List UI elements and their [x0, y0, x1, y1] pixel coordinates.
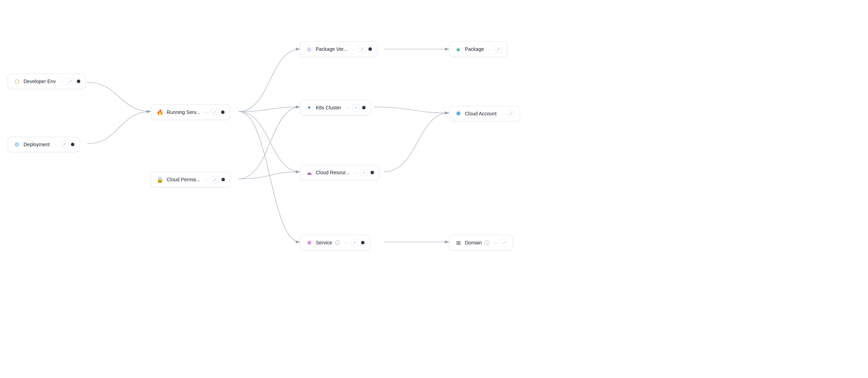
running-serv-dots[interactable]: ···: [204, 110, 209, 115]
cloud-resour-dots[interactable]: ···: [354, 170, 359, 175]
developer-env-connector: [77, 80, 80, 83]
node-deployment: ⚙ Deployment ··· ⤢: [8, 137, 80, 152]
node-k8s-cluster: ✦ K8s Cluster ··· ⤢: [300, 100, 371, 115]
domain-controls: ··· ⤢: [494, 239, 508, 246]
cloud-perms-controls: ··· ⤢: [205, 176, 219, 183]
cloud-account-expand[interactable]: ⤢: [508, 110, 515, 117]
node-cloud-account: ✺ Cloud Account ··· ⤢: [449, 106, 520, 121]
cloud-resour-icon: ☁: [305, 169, 313, 176]
developer-env-dots[interactable]: ···: [60, 79, 65, 84]
package-ver-controls: ··· ⤢: [352, 46, 366, 53]
package-controls: ··· ⤢: [488, 46, 502, 53]
running-serv-expand[interactable]: ⤢: [211, 109, 218, 116]
node-cloud-perms: 🔒 Cloud Permis... ··· ⤢: [151, 172, 230, 187]
node-developer-env: ⬡ Developer Env ··· ⤢: [8, 74, 86, 89]
deployment-dots[interactable]: ···: [54, 142, 59, 147]
k8s-cluster-connector: [362, 106, 366, 109]
cloud-perms-dots[interactable]: ···: [205, 177, 209, 182]
developer-env-icon: ⬡: [13, 77, 21, 85]
k8s-cluster-controls: ··· ⤢: [345, 104, 359, 111]
domain-expand[interactable]: ⤢: [501, 239, 508, 246]
cloud-resour-controls: ··· ⤢: [354, 169, 368, 176]
k8s-cluster-expand[interactable]: ⤢: [352, 104, 359, 111]
connections-svg: [0, 0, 868, 378]
node-service: ❋ Service i ··· ⤢: [300, 235, 370, 250]
running-serv-label: Running Serv...: [167, 109, 200, 115]
deployment-controls: ··· ⤢: [54, 141, 68, 148]
package-expand[interactable]: ⤢: [495, 46, 502, 53]
cloud-perms-connector: [221, 178, 225, 181]
cloud-perms-icon: 🔒: [156, 176, 164, 183]
domain-dots[interactable]: ···: [494, 240, 499, 245]
developer-env-controls: ··· ⤢: [60, 78, 74, 85]
k8s-cluster-dots[interactable]: ···: [345, 105, 350, 110]
running-serv-controls: ··· ⤢: [204, 109, 218, 116]
cloud-account-icon: ✺: [454, 110, 462, 117]
service-info-icon[interactable]: i: [335, 240, 340, 245]
cloud-perms-expand[interactable]: ⤢: [212, 176, 219, 183]
deployment-icon: ⚙: [13, 141, 21, 148]
deployment-label: Deployment: [24, 142, 50, 147]
package-ver-dots[interactable]: ···: [352, 47, 356, 52]
service-expand[interactable]: ⤢: [351, 239, 358, 246]
package-icon: ◈: [454, 45, 462, 53]
service-controls: ··· ⤢: [344, 239, 358, 246]
package-ver-expand[interactable]: ⤢: [359, 46, 366, 53]
developer-env-expand[interactable]: ⤢: [67, 78, 74, 85]
cloud-resour-label: Cloud Resour...: [316, 170, 350, 175]
developer-env-label: Developer Env: [24, 79, 56, 84]
service-icon: ❋: [305, 239, 313, 247]
graph-canvas: ⬡ Developer Env ··· ⤢ ⚙ Deployment ··· ⤢…: [0, 0, 868, 378]
running-serv-connector: [221, 110, 225, 114]
running-serv-icon: 🔥: [156, 108, 164, 116]
node-package: ◈ Package ··· ⤢: [449, 41, 507, 57]
service-label: Service: [316, 240, 332, 245]
node-domain: ⊞ Domain i ··· ⤢: [449, 235, 513, 250]
cloud-account-controls: ··· ⤢: [501, 110, 515, 117]
k8s-cluster-label: K8s Cluster: [316, 105, 341, 110]
deployment-connector: [71, 143, 74, 146]
cloud-perms-label: Cloud Permis...: [167, 177, 200, 182]
node-cloud-resour: ☁ Cloud Resour... ··· ⤢: [300, 165, 379, 180]
service-connector: [361, 241, 365, 244]
package-ver-icon: ◎: [305, 45, 313, 53]
package-ver-connector: [368, 47, 372, 51]
service-dots[interactable]: ···: [344, 240, 349, 245]
node-running-serv: 🔥 Running Serv... ··· ⤢: [151, 104, 230, 120]
package-label: Package: [465, 46, 484, 52]
domain-icon: ⊞: [454, 239, 462, 247]
deployment-expand[interactable]: ⤢: [61, 141, 68, 148]
k8s-icon: ✦: [305, 104, 313, 112]
cloud-account-label: Cloud Account: [465, 111, 496, 116]
cloud-account-dots[interactable]: ···: [501, 111, 506, 116]
domain-label: Domain: [465, 240, 482, 245]
cloud-resour-expand[interactable]: ⤢: [361, 169, 368, 176]
domain-info-icon[interactable]: i: [485, 240, 489, 245]
package-dots[interactable]: ···: [488, 47, 493, 52]
package-ver-label: Package Ver...: [316, 46, 347, 52]
node-package-ver: ◎ Package Ver... ··· ⤢: [300, 41, 377, 57]
cloud-resour-connector: [370, 171, 374, 174]
